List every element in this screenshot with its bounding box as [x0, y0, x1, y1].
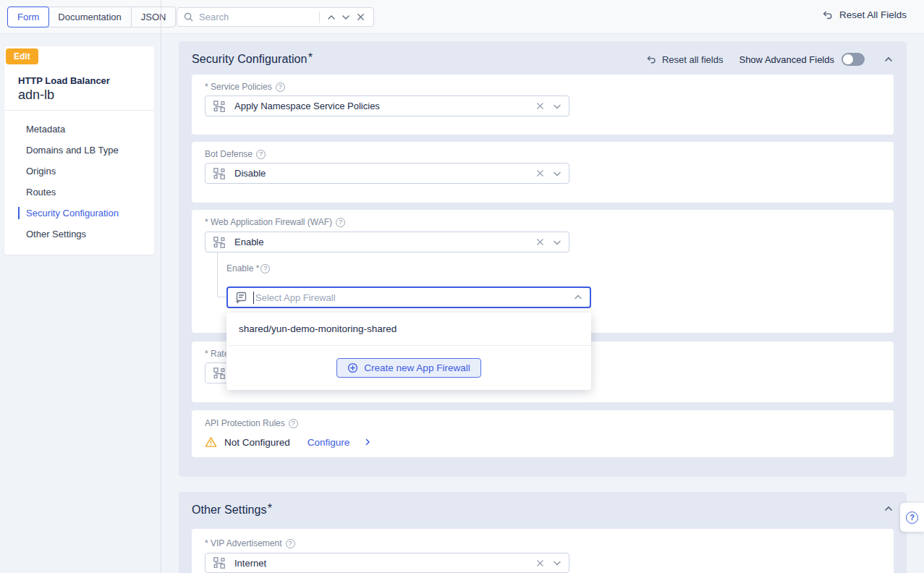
toggle-knob	[843, 54, 853, 64]
sidebar-item-other-settings[interactable]: Other Settings	[4, 224, 154, 245]
sidebar-divider	[4, 110, 154, 111]
sidebar-item-domains-lb-type[interactable]: Domains and LB Type	[4, 140, 154, 161]
chevron-down-icon[interactable]	[553, 238, 561, 247]
search-separator	[319, 12, 320, 23]
api-protection-label: API Protection Rules ?	[205, 418, 298, 428]
help-icon[interactable]: ?	[260, 264, 270, 273]
help-icon[interactable]: ?	[286, 539, 295, 548]
oneof-branch-icon	[213, 100, 226, 113]
search-next-icon[interactable]	[339, 10, 353, 25]
collapse-section-icon[interactable]	[883, 54, 894, 64]
app-firewall-input[interactable]	[255, 288, 567, 307]
sidebar-card: Edit HTTP Load Balancer adn-lb Metadata …	[4, 46, 154, 255]
sidebar-nav: Metadata Domains and LB Type Origins Rou…	[4, 119, 154, 245]
dropdown-option[interactable]: shared/yun-demo-monitoring-shared	[226, 313, 591, 346]
subfield-connector	[217, 297, 226, 297]
other-settings-section: Other Settings* * VIP Advertisement ? In…	[179, 492, 907, 573]
edit-badge: Edit	[6, 48, 38, 64]
configure-link[interactable]: Configure	[308, 437, 350, 448]
reset-section-button[interactable]: Reset all fields	[645, 54, 724, 65]
clear-icon[interactable]	[536, 559, 544, 567]
bot-defense-label: Bot Defense ?	[205, 149, 266, 159]
plus-circle-icon	[347, 362, 358, 373]
api-protection-status-row: Not Configured Configure	[205, 436, 371, 448]
object-type-title: HTTP Load Balancer	[18, 75, 110, 86]
vip-advertisement-value: Internet	[234, 558, 536, 569]
chevron-down-icon[interactable]	[553, 102, 561, 111]
top-bar: Form Documentation JSON Reset All Fields	[0, 0, 924, 34]
security-section-title: Security Configuration*	[192, 53, 313, 66]
view-tab-group: Form Documentation JSON	[7, 7, 176, 27]
waf-select[interactable]: Enable	[205, 232, 569, 252]
service-policies-label: * Service Policies ?	[205, 82, 285, 92]
required-mark: *	[268, 502, 272, 515]
collapse-section-icon[interactable]	[883, 504, 894, 514]
chevron-up-icon[interactable]	[574, 293, 582, 302]
create-app-firewall-button[interactable]: Create new App Firewall	[336, 358, 480, 378]
tab-documentation[interactable]: Documentation	[48, 7, 131, 27]
tab-form[interactable]: Form	[7, 7, 49, 27]
help-icon[interactable]: ?	[256, 150, 266, 159]
app-firewall-combobox[interactable]	[226, 286, 591, 308]
warning-icon	[205, 436, 217, 448]
create-app-firewall-label: Create new App Firewall	[364, 362, 470, 373]
search-icon	[183, 12, 194, 22]
bot-defense-select[interactable]: Disable	[205, 163, 569, 184]
search-close-icon[interactable]	[353, 10, 368, 25]
sidebar-item-metadata[interactable]: Metadata	[4, 119, 154, 140]
vip-advertisement-select[interactable]: Internet	[205, 553, 569, 573]
reset-section-label: Reset all fields	[662, 54, 724, 65]
clear-icon[interactable]	[536, 102, 544, 110]
clear-icon[interactable]	[536, 238, 544, 246]
sidebar-item-routes[interactable]: Routes	[4, 182, 154, 203]
sidebar-item-origins[interactable]: Origins	[4, 161, 154, 182]
reset-all-fields-label: Reset All Fields	[839, 9, 907, 20]
vip-advertisement-card: * VIP Advertisement ? Internet	[192, 529, 894, 573]
oneof-branch-icon	[213, 167, 226, 180]
left-panel-divider	[161, 0, 161, 573]
help-button[interactable]: ?	[900, 503, 924, 532]
security-configuration-section: Security Configuration* Reset all fields…	[179, 41, 907, 477]
object-name: adn-lb	[18, 88, 54, 103]
text-caret	[253, 292, 254, 304]
subfield-connector	[217, 252, 218, 297]
clear-icon[interactable]	[536, 169, 544, 177]
chevron-down-icon[interactable]	[553, 169, 561, 178]
undo-icon	[645, 54, 657, 65]
app-firewall-label: Enable * ?	[226, 263, 270, 273]
other-settings-title: Other Settings*	[192, 504, 272, 517]
oneof-branch-icon	[213, 236, 226, 249]
bot-defense-card: Bot Defense ? Disable	[192, 142, 894, 203]
help-icon[interactable]: ?	[289, 419, 298, 428]
search-prev-icon[interactable]	[324, 10, 339, 25]
api-protection-card: API Protection Rules ? Not Configured Co…	[192, 410, 894, 457]
service-policies-card: * Service Policies ? Apply Namespace Ser…	[192, 75, 894, 135]
required-mark: *	[308, 51, 313, 64]
oneof-branch-icon	[213, 556, 226, 569]
app-firewall-dropdown: shared/yun-demo-monitoring-shared Create…	[226, 313, 591, 390]
form-add-icon	[234, 291, 247, 304]
search-box[interactable]	[177, 7, 374, 27]
reset-all-fields-button[interactable]: Reset All Fields	[821, 9, 907, 21]
help-icon[interactable]: ?	[276, 82, 285, 92]
security-section-tools: Reset all fields Show Advanced Fields	[645, 53, 894, 66]
chevron-down-icon[interactable]	[553, 559, 561, 567]
bot-defense-value: Disable	[234, 168, 536, 179]
chevron-right-icon[interactable]	[364, 438, 371, 446]
help-icon[interactable]: ?	[336, 218, 345, 227]
help-icon: ?	[906, 512, 918, 524]
api-protection-status: Not Configured	[224, 437, 290, 448]
service-policies-value: Apply Namespace Service Policies	[234, 101, 536, 111]
tab-json[interactable]: JSON	[132, 7, 176, 27]
search-input[interactable]	[199, 12, 315, 22]
dropdown-footer: Create new App Firewall	[226, 346, 591, 389]
show-advanced-fields-label: Show Advanced Fields	[739, 54, 834, 65]
oneof-branch-icon	[213, 367, 226, 380]
show-advanced-fields-toggle[interactable]	[842, 53, 865, 66]
sidebar-item-security-configuration[interactable]: Security Configuration	[4, 203, 154, 224]
other-settings-tools	[881, 504, 894, 514]
waf-label: * Web Application Firewall (WAF) ?	[205, 217, 345, 227]
vip-advertisement-label: * VIP Advertisement ?	[205, 538, 295, 548]
service-policies-select[interactable]: Apply Namespace Service Policies	[205, 96, 569, 116]
waf-value: Enable	[234, 237, 536, 247]
